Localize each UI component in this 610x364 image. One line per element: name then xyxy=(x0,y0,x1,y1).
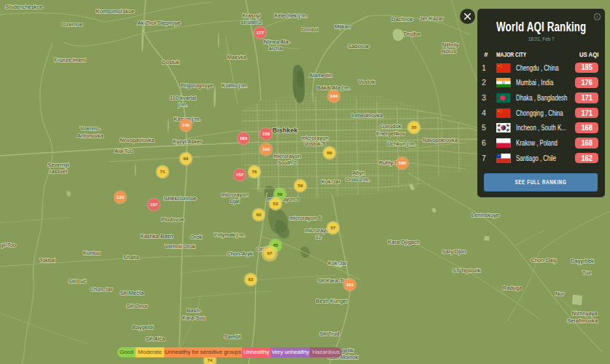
svg-text:Drujba: Drujba xyxy=(404,31,421,37)
svg-text:Tokbai: Tokbai xyxy=(39,257,55,264)
svg-text:j.m.: j.m. xyxy=(178,101,187,108)
svg-text:60: 60 xyxy=(257,212,262,217)
svg-text:Jer-Kazar: Jer-Kazar xyxy=(420,15,444,22)
svg-text:Yntymak j.m.: Yntymak j.m. xyxy=(214,232,245,238)
svg-text:SK Trud: SK Trud xyxy=(319,331,339,337)
svg-text:Dayyrbek: Dayyrbek xyxy=(571,258,594,264)
svg-text:Vostok-5: Vostok-5 xyxy=(304,141,325,147)
svg-text:110 kvartal: 110 kvartal xyxy=(170,95,196,101)
svg-text:144: 144 xyxy=(330,93,338,98)
svg-text:Navopokrovka: Navopokrovka xyxy=(423,137,458,143)
svg-text:Raduga: Raduga xyxy=(503,285,523,291)
svg-text:71: 71 xyxy=(160,169,165,174)
svg-text:50: 50 xyxy=(278,191,283,197)
svg-text:Tuz: Tuz xyxy=(582,269,591,276)
svg-text:Djal: Djal xyxy=(230,198,240,205)
svg-text:Novopavlovka: Novopavlovka xyxy=(120,137,155,143)
svg-text:69: 69 xyxy=(327,150,332,155)
svg-text:74: 74 xyxy=(208,357,213,363)
svg-text:76: 76 xyxy=(252,169,257,174)
svg-text:Krasnyi: Krasnyi xyxy=(242,12,260,19)
svg-text:Dostuk: Dostuk xyxy=(162,59,179,66)
svg-text:Antonovka: Antonovka xyxy=(77,132,103,139)
svg-text:Chon-Jar: Chon-Jar xyxy=(90,286,113,293)
svg-text:Ak Zhol Stepnoye: Ak Zhol Stepnoye xyxy=(137,20,180,26)
svg-text:159: 159 xyxy=(262,131,270,136)
svg-text:Voenno-: Voenno- xyxy=(80,125,101,132)
svg-text:55: 55 xyxy=(412,124,417,130)
svg-text:163: 163 xyxy=(240,135,248,141)
svg-text:133: 133 xyxy=(117,194,125,199)
svg-text:Lebedinovka: Lebedinovka xyxy=(352,112,383,119)
svg-text:microrayon: microrayon xyxy=(273,153,300,159)
svg-text:67: 67 xyxy=(267,250,273,256)
svg-text:Dordoi: Dordoi xyxy=(302,26,318,33)
svg-text:157: 157 xyxy=(236,172,244,177)
svg-text:Sary Djon: Sary Djon xyxy=(442,248,466,255)
svg-text:Orok: Orok xyxy=(190,234,203,240)
svg-text:Vostok: Vostok xyxy=(359,79,375,85)
svg-text:SK Onor: SK Onor xyxy=(127,303,148,309)
svg-text:stroitel 2: stroitel 2 xyxy=(241,19,262,25)
svg-text:Komsomol'skoe: Komsomol'skoe xyxy=(96,8,135,15)
svg-text:Besh-Kungei: Besh-Kungei xyxy=(316,298,348,304)
svg-text:Kelechek j.m.: Kelechek j.m. xyxy=(274,12,307,19)
svg-text:Bash-: Bash- xyxy=(187,307,201,314)
svg-text:Energetikov: Energetikov xyxy=(376,130,405,137)
svg-text:Nur: Nur xyxy=(555,290,565,297)
svg-text:Dachnoe: Dachnoe xyxy=(391,16,413,23)
svg-text:Studencheskoe: Studencheskoe xyxy=(5,4,43,10)
svg-text:Chon-Aryk: Chon-Aryk xyxy=(227,250,253,257)
svg-text:getik: getik xyxy=(342,347,353,354)
svg-text:Mijkan: Mijkan xyxy=(335,23,351,30)
svg-text:Sadovoe: Sadovoe xyxy=(348,43,369,50)
svg-text:microrayon 6: microrayon 6 xyxy=(289,215,321,221)
svg-text:Kok-Jar: Kok-Jar xyxy=(321,178,340,185)
svg-text:59: 59 xyxy=(298,183,303,188)
svg-text:Ala-Too: Ala-Too xyxy=(114,148,133,154)
svg-text:Plodovoe: Plodovoe xyxy=(161,216,184,223)
svg-text:Nijhniy: Nijhniy xyxy=(442,41,459,48)
svg-text:Shalta: Shalta xyxy=(123,254,139,261)
svg-text:Kyzyl-Asker: Kyzyl-Asker xyxy=(173,138,202,145)
svg-text:63: 63 xyxy=(249,277,254,282)
svg-text:Samšit: Samšit xyxy=(224,333,242,340)
svg-text:Baygeldi: Baygeldi xyxy=(133,324,154,331)
svg-text:SK Luč: SK Luč xyxy=(69,278,86,285)
svg-text:Chon-Daly: Chon-Daly xyxy=(531,257,557,264)
svg-text:Ozernoe: Ozernoe xyxy=(62,21,83,28)
svg-text:57: 57 xyxy=(331,225,336,230)
svg-text:Maevka: Maevka xyxy=(227,54,247,60)
svg-text:Leninskoye: Leninskoye xyxy=(472,212,499,218)
svg-text:SK Alča: SK Alča xyxy=(146,336,165,342)
svg-text:12: 12 xyxy=(316,234,321,240)
svg-text:Nijnea Ala-: Nijnea Ala- xyxy=(264,39,291,45)
svg-text:Kok-Jar: Kok-Jar xyxy=(328,260,347,266)
svg-text:Kuntuu: Kuntuu xyxy=(83,250,101,256)
svg-text:Norus: Norus xyxy=(442,48,456,55)
svg-text:114: 114 xyxy=(346,282,354,287)
svg-text:Severnyi: Severnyi xyxy=(47,162,69,168)
svg-text:Frunze imeni: Frunze imeni xyxy=(54,57,86,63)
svg-text:Ordo 2 m.: Ordo 2 m. xyxy=(345,176,369,183)
svg-text:146: 146 xyxy=(182,122,190,127)
svg-text:Nizhnyaya: Nizhnyaya xyxy=(571,310,598,317)
svg-text:Alamedin: Alamedin xyxy=(309,72,332,79)
svg-text:rassvet: rassvet xyxy=(50,168,68,175)
svg-text:Uchkun j.m.: Uchkun j.m. xyxy=(387,141,416,147)
svg-text:Prigorognoye: Prigorognoye xyxy=(181,82,214,89)
svg-text:177: 177 xyxy=(257,30,265,35)
svg-text:yl-Too: yl-Too xyxy=(1,242,16,248)
svg-text:Kashka-Bash: Kashka-Bash xyxy=(141,233,173,240)
svg-text:119: 119 xyxy=(262,146,270,151)
svg-text:Altyn: Altyn xyxy=(353,170,365,176)
svg-text:SK Mečta: SK Mečta xyxy=(120,290,144,296)
svg-text:microrayon: microrayon xyxy=(221,191,248,198)
svg-text:Verhnii Orok: Verhnii Orok xyxy=(165,243,195,250)
svg-text:ST Teplovik: ST Teplovik xyxy=(453,267,481,274)
svg-text:South 2: South 2 xyxy=(278,159,297,166)
svg-text:53: 53 xyxy=(273,201,278,206)
svg-text:66: 66 xyxy=(184,156,189,161)
svg-text:Serafimovka: Serafimovka xyxy=(567,317,598,324)
svg-text:Bishkek: Bishkek xyxy=(273,127,299,134)
